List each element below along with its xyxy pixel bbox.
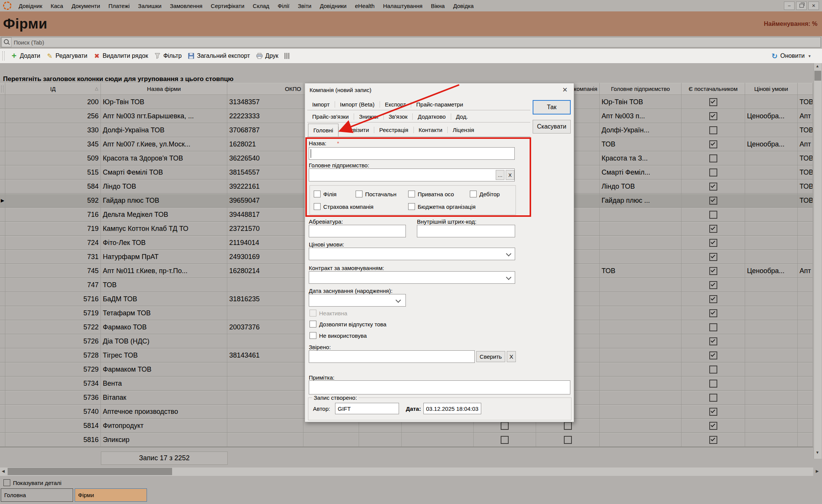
menu-item-4[interactable]: Залишки (134, 3, 166, 9)
type-checkbox-4[interactable]: Страхова компанія (314, 203, 373, 210)
column-header-supplier[interactable]: Є постачальником (682, 83, 745, 95)
cell-okpo: 31816235 (227, 292, 303, 306)
contract-select[interactable] (309, 271, 515, 284)
dialog-tab-1-3[interactable]: Прайс-параметри (411, 101, 468, 108)
table-row-5816[interactable]: 5816Эликсир (0, 433, 813, 447)
parent-company-input[interactable] (309, 169, 515, 181)
columns-button[interactable] (281, 52, 293, 60)
scroll-right-icon[interactable]: ► (815, 468, 820, 474)
dialog-tab-3-0[interactable]: Головні (308, 124, 338, 137)
type-checkbox-5[interactable]: Бюджетна організація (408, 203, 476, 210)
column-header-okpo[interactable]: ОКПО (227, 83, 303, 95)
cell-name: Фармако ТОВ (101, 320, 227, 334)
dialog-tab-3-2[interactable]: Реєстрація (374, 127, 413, 133)
price-terms-select[interactable] (309, 248, 515, 260)
filter-button[interactable]: Фільтр (151, 51, 185, 60)
vscroll-thumb[interactable] (814, 71, 821, 81)
dialog-tab-2-3[interactable]: Додатково (412, 113, 450, 120)
menu-item-3[interactable]: Платежі (104, 3, 134, 9)
menu-item-13[interactable]: Вікна (427, 3, 449, 9)
column-header-ind[interactable] (0, 83, 5, 95)
column-header-name[interactable]: Назва фірми (101, 83, 227, 95)
cell-price (745, 292, 798, 306)
author-input[interactable]: GIFT (335, 403, 399, 414)
column-header-id[interactable]: ІД△ (5, 83, 101, 95)
show-details-checkbox[interactable] (3, 479, 10, 486)
menu-item-1[interactable]: Каса (46, 3, 67, 9)
menu-item-12[interactable]: Налаштування (379, 3, 427, 9)
dialog-tab-2-2[interactable]: Зв'язок (383, 113, 413, 120)
allow-dispense-checkbox[interactable]: Дозволяти відпустку това (310, 321, 386, 328)
cell-id: 731 (5, 250, 101, 264)
dialog-tab-2-4[interactable]: Дод. (451, 113, 473, 120)
close-button[interactable]: ✕ (808, 2, 819, 10)
verify-button[interactable]: Сверить (476, 351, 505, 362)
dialog-tab-2-0[interactable]: Прайс-зв'язки (307, 113, 354, 120)
parent-picker-button[interactable]: … (496, 170, 504, 180)
minimize-button[interactable]: – (784, 2, 795, 10)
dialog-tab-2-1[interactable]: Знижки (354, 113, 383, 120)
export-button[interactable]: Загальний експорт (185, 51, 253, 60)
menu-item-2[interactable]: Документи (67, 3, 104, 9)
cell-ind (0, 264, 5, 278)
hscroll-thumb[interactable] (8, 468, 172, 475)
menu-item-5[interactable]: Замовлення (166, 3, 206, 9)
type-checkbox-0[interactable]: Філія (314, 191, 337, 197)
date-input[interactable]: 03.12.2025 18:04:03 (423, 403, 481, 414)
menu-item-7[interactable]: Склад (249, 3, 273, 9)
note-textarea[interactable] (309, 380, 570, 394)
print-button[interactable]: Друк (253, 51, 282, 60)
ok-button[interactable]: Так (533, 100, 571, 114)
column-header-price[interactable]: Цінові умови (745, 83, 798, 95)
founded-date-select[interactable] (309, 294, 406, 307)
menu-item-6[interactable]: Сертифікати (207, 3, 249, 9)
chevron-down-icon[interactable]: ▾ (808, 54, 811, 59)
scroll-down-icon[interactable]: ▼ (816, 450, 819, 455)
verified-clear-button[interactable]: X (507, 351, 516, 362)
cell-okpo: 20037376 (227, 320, 303, 334)
cell-supplier (682, 165, 745, 180)
delete-row-button[interactable]: ✖ Видалити рядок (90, 51, 151, 60)
vertical-scrollbar[interactable]: ▲ ▼ (814, 63, 822, 459)
parent-clear-button[interactable]: X (506, 170, 514, 180)
dialog-tab-3-4[interactable]: Ліцензія (447, 127, 479, 133)
column-header-form[interactable] (798, 83, 813, 95)
dialog-close-icon[interactable]: ✕ (562, 86, 568, 94)
tab-firmy[interactable]: Фірми (75, 488, 147, 502)
column-header-parent[interactable]: Головне підприємство (600, 83, 682, 95)
dialog-tab-1-0[interactable]: Імпорт (307, 101, 335, 108)
refresh-button[interactable]: ↻ Оновити (768, 51, 808, 60)
clear-x-label: X (509, 353, 513, 360)
dialog-tab-3-3[interactable]: Контакти (413, 127, 447, 133)
pencil-icon: ✎ (46, 52, 53, 59)
barcode-input[interactable] (417, 225, 515, 237)
supplier-checkbox (709, 225, 717, 233)
search-input[interactable] (11, 39, 820, 46)
dialog-tab-1-1[interactable]: Імпорт (Beta) (335, 101, 380, 108)
menu-item-8[interactable]: Філії (273, 3, 294, 9)
dialog-tab-1-2[interactable]: Експорт (380, 101, 411, 108)
name-input[interactable] (309, 147, 515, 160)
edit-label: Редагувати (56, 52, 88, 59)
type-checkbox-2[interactable]: Приватна осо (408, 191, 454, 197)
tab-holovna[interactable]: Головна (1, 488, 73, 502)
cell-parent (600, 222, 682, 236)
abbr-input[interactable] (309, 225, 406, 237)
restore-button[interactable] (796, 2, 807, 10)
scroll-left-icon[interactable]: ◄ (1, 468, 6, 474)
type-checkbox-3[interactable]: Дебітор (470, 191, 500, 197)
menu-item-10[interactable]: Довідники (316, 3, 351, 9)
horizontal-scrollbar: ◄ ► (0, 467, 822, 477)
dialog-tab-3-1[interactable]: Реквізити (338, 127, 374, 133)
verified-input[interactable] (309, 350, 475, 363)
menu-item-9[interactable]: Звіти (294, 3, 316, 9)
edit-button[interactable]: ✎ Редагувати (43, 51, 91, 60)
not-used-checkbox[interactable]: Не використовува (310, 332, 367, 339)
menu-item-0[interactable]: Довідник (14, 3, 46, 9)
scroll-up-icon[interactable]: ▲ (816, 64, 819, 68)
menu-item-14[interactable]: Довідка (449, 3, 478, 9)
cancel-button[interactable]: Скасувати (533, 120, 571, 134)
type-checkbox-1[interactable]: Постачальн (356, 191, 396, 197)
menu-item-11[interactable]: eHealth (351, 3, 379, 9)
add-button[interactable]: + Додати (8, 51, 43, 60)
